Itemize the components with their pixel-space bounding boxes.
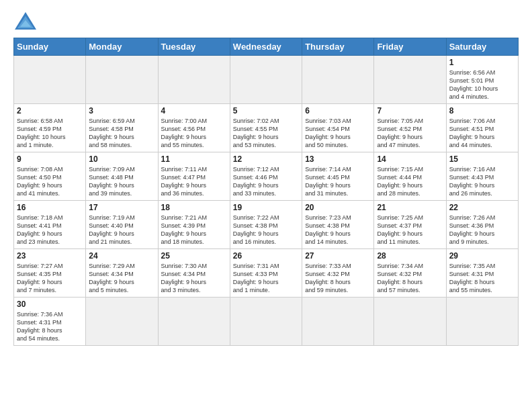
- day-info: Sunrise: 7:05 AM Sunset: 4:52 PM Dayligh…: [377, 117, 443, 150]
- day-number: 10: [89, 154, 154, 164]
- day-info: Sunrise: 7:19 AM Sunset: 4:40 PM Dayligh…: [89, 214, 154, 246]
- day-number: 28: [377, 251, 443, 261]
- day-info: Sunrise: 7:21 AM Sunset: 4:39 PM Dayligh…: [161, 214, 227, 246]
- calendar-cell: 20Sunrise: 7:23 AM Sunset: 4:38 PM Dayli…: [302, 201, 374, 249]
- calendar-cell: [302, 56, 374, 104]
- day-number: 14: [377, 154, 443, 164]
- header-row: SundayMondayTuesdayWednesdayThursdayFrid…: [14, 38, 519, 56]
- day-info: Sunrise: 7:15 AM Sunset: 4:44 PM Dayligh…: [377, 165, 443, 198]
- calendar-row: 9Sunrise: 7:08 AM Sunset: 4:50 PM Daylig…: [14, 152, 519, 201]
- day-number: 9: [17, 154, 83, 164]
- calendar-cell: [374, 56, 446, 104]
- header-cell-thursday: Thursday: [302, 38, 374, 56]
- day-info: Sunrise: 7:14 AM Sunset: 4:45 PM Dayligh…: [305, 165, 371, 198]
- day-info: Sunrise: 7:16 AM Sunset: 4:43 PM Dayligh…: [449, 165, 515, 198]
- calendar-page: SundayMondayTuesdayWednesdayThursdayFrid…: [0, 0, 532, 357]
- calendar-cell: 29Sunrise: 7:35 AM Sunset: 4:31 PM Dayli…: [446, 249, 518, 298]
- day-number: 17: [89, 203, 154, 212]
- calendar-cell: 7Sunrise: 7:05 AM Sunset: 4:52 PM Daylig…: [374, 104, 446, 152]
- day-info: Sunrise: 7:03 AM Sunset: 4:54 PM Dayligh…: [305, 117, 371, 150]
- day-number: 15: [449, 154, 515, 164]
- calendar-cell: [158, 298, 230, 346]
- day-number: 2: [17, 106, 83, 116]
- calendar-cell: 15Sunrise: 7:16 AM Sunset: 4:43 PM Dayli…: [446, 152, 518, 201]
- day-number: 29: [449, 251, 515, 261]
- calendar-cell: [302, 298, 374, 346]
- day-number: 19: [233, 203, 299, 212]
- calendar-cell: 1Sunrise: 6:56 AM Sunset: 5:01 PM Daylig…: [446, 56, 518, 104]
- calendar-cell: 16Sunrise: 7:18 AM Sunset: 4:41 PM Dayli…: [14, 201, 86, 249]
- calendar-cell: 22Sunrise: 7:26 AM Sunset: 4:36 PM Dayli…: [446, 201, 518, 249]
- calendar-header: SundayMondayTuesdayWednesdayThursdayFrid…: [14, 38, 519, 56]
- calendar-row: 16Sunrise: 7:18 AM Sunset: 4:41 PM Dayli…: [14, 201, 519, 249]
- calendar-cell: 26Sunrise: 7:31 AM Sunset: 4:33 PM Dayli…: [230, 249, 302, 298]
- header-cell-wednesday: Wednesday: [230, 38, 302, 56]
- day-number: 6: [305, 106, 371, 116]
- calendar-body: 1Sunrise: 6:56 AM Sunset: 5:01 PM Daylig…: [14, 56, 519, 346]
- calendar-row: 1Sunrise: 6:56 AM Sunset: 5:01 PM Daylig…: [14, 56, 519, 104]
- day-info: Sunrise: 7:02 AM Sunset: 4:55 PM Dayligh…: [233, 117, 299, 150]
- day-info: Sunrise: 7:26 AM Sunset: 4:36 PM Dayligh…: [449, 214, 515, 246]
- calendar-cell: 5Sunrise: 7:02 AM Sunset: 4:55 PM Daylig…: [230, 104, 302, 152]
- day-info: Sunrise: 7:36 AM Sunset: 4:31 PM Dayligh…: [17, 310, 83, 343]
- logo: [13, 11, 42, 31]
- calendar-cell: 28Sunrise: 7:34 AM Sunset: 4:32 PM Dayli…: [374, 249, 446, 298]
- day-info: Sunrise: 7:00 AM Sunset: 4:56 PM Dayligh…: [161, 117, 227, 150]
- day-number: 11: [161, 154, 227, 164]
- calendar-cell: 17Sunrise: 7:19 AM Sunset: 4:40 PM Dayli…: [86, 201, 158, 249]
- day-info: Sunrise: 6:56 AM Sunset: 5:01 PM Dayligh…: [449, 68, 515, 101]
- calendar-row: 2Sunrise: 6:58 AM Sunset: 4:59 PM Daylig…: [14, 104, 519, 152]
- day-number: 16: [17, 203, 83, 212]
- header-cell-tuesday: Tuesday: [158, 38, 230, 56]
- day-number: 25: [161, 251, 227, 261]
- calendar-cell: 3Sunrise: 6:59 AM Sunset: 4:58 PM Daylig…: [86, 104, 158, 152]
- day-info: Sunrise: 7:25 AM Sunset: 4:37 PM Dayligh…: [377, 214, 443, 246]
- day-number: 8: [449, 106, 515, 116]
- day-number: 20: [305, 203, 371, 212]
- calendar-cell: [374, 298, 446, 346]
- calendar-cell: 11Sunrise: 7:11 AM Sunset: 4:47 PM Dayli…: [158, 152, 230, 201]
- day-info: Sunrise: 7:18 AM Sunset: 4:41 PM Dayligh…: [17, 214, 83, 246]
- day-info: Sunrise: 7:29 AM Sunset: 4:34 PM Dayligh…: [89, 262, 154, 295]
- calendar-cell: 21Sunrise: 7:25 AM Sunset: 4:37 PM Dayli…: [374, 201, 446, 249]
- header-cell-monday: Monday: [86, 38, 158, 56]
- day-number: 12: [233, 154, 299, 164]
- day-info: Sunrise: 7:33 AM Sunset: 4:32 PM Dayligh…: [305, 262, 371, 295]
- calendar-cell: [86, 298, 158, 346]
- day-number: 3: [89, 106, 154, 116]
- calendar-cell: [86, 56, 158, 104]
- calendar-cell: 4Sunrise: 7:00 AM Sunset: 4:56 PM Daylig…: [158, 104, 230, 152]
- calendar-row: 30Sunrise: 7:36 AM Sunset: 4:31 PM Dayli…: [14, 298, 519, 346]
- day-info: Sunrise: 7:11 AM Sunset: 4:47 PM Dayligh…: [161, 165, 227, 198]
- day-info: Sunrise: 7:30 AM Sunset: 4:34 PM Dayligh…: [161, 262, 227, 295]
- calendar-row: 23Sunrise: 7:27 AM Sunset: 4:35 PM Dayli…: [14, 249, 519, 298]
- day-info: Sunrise: 7:08 AM Sunset: 4:50 PM Dayligh…: [17, 165, 83, 198]
- day-info: Sunrise: 7:31 AM Sunset: 4:33 PM Dayligh…: [233, 262, 299, 295]
- day-info: Sunrise: 6:58 AM Sunset: 4:59 PM Dayligh…: [17, 117, 83, 150]
- day-info: Sunrise: 7:27 AM Sunset: 4:35 PM Dayligh…: [17, 262, 83, 295]
- day-info: Sunrise: 7:34 AM Sunset: 4:32 PM Dayligh…: [377, 262, 443, 295]
- calendar-cell: [230, 298, 302, 346]
- day-number: 22: [449, 203, 515, 212]
- calendar-cell: 10Sunrise: 7:09 AM Sunset: 4:48 PM Dayli…: [86, 152, 158, 201]
- day-number: 21: [377, 203, 443, 212]
- calendar-cell: [230, 56, 302, 104]
- day-number: 13: [305, 154, 371, 164]
- day-number: 23: [17, 251, 83, 261]
- calendar-cell: [14, 56, 86, 104]
- calendar-cell: 14Sunrise: 7:15 AM Sunset: 4:44 PM Dayli…: [374, 152, 446, 201]
- calendar-cell: 2Sunrise: 6:58 AM Sunset: 4:59 PM Daylig…: [14, 104, 86, 152]
- day-number: 5: [233, 106, 299, 116]
- calendar-cell: 25Sunrise: 7:30 AM Sunset: 4:34 PM Dayli…: [158, 249, 230, 298]
- calendar-cell: 18Sunrise: 7:21 AM Sunset: 4:39 PM Dayli…: [158, 201, 230, 249]
- day-info: Sunrise: 7:35 AM Sunset: 4:31 PM Dayligh…: [449, 262, 515, 295]
- day-number: 27: [305, 251, 371, 261]
- day-number: 26: [233, 251, 299, 261]
- calendar-cell: 27Sunrise: 7:33 AM Sunset: 4:32 PM Dayli…: [302, 249, 374, 298]
- calendar-table: SundayMondayTuesdayWednesdayThursdayFrid…: [13, 38, 519, 346]
- header-cell-sunday: Sunday: [14, 38, 86, 56]
- day-number: 1: [449, 58, 515, 67]
- calendar-cell: 8Sunrise: 7:06 AM Sunset: 4:51 PM Daylig…: [446, 104, 518, 152]
- header-cell-friday: Friday: [374, 38, 446, 56]
- day-number: 30: [17, 300, 83, 309]
